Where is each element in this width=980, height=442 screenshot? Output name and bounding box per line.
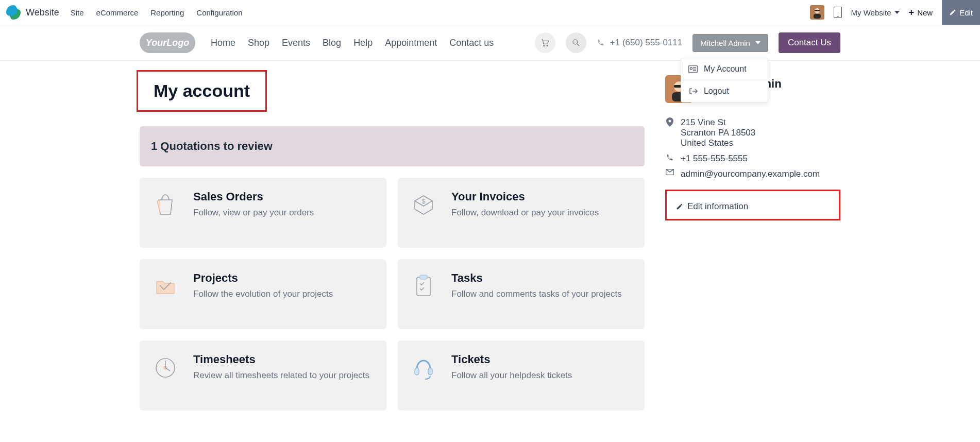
chevron-down-icon	[894, 11, 900, 14]
site-logo-text: YourLogo	[146, 38, 189, 48]
id-card-icon	[688, 65, 698, 73]
site-switcher[interactable]: My Website	[851, 8, 900, 17]
card-title: Tasks	[451, 271, 622, 285]
clock-icon	[151, 353, 180, 382]
cart-button[interactable]	[535, 32, 555, 53]
phone-icon	[665, 154, 674, 162]
card-desc: Follow all your helpdesk tickets	[451, 369, 572, 382]
plus-icon: +	[909, 8, 915, 17]
nav-events[interactable]: Events	[282, 38, 310, 48]
card-timesheets[interactable]: Timesheets Review all timesheets related…	[140, 341, 386, 411]
site-logo[interactable]: YourLogo	[140, 32, 195, 53]
header-phone: +1 (650) 555-0111	[597, 38, 682, 48]
page-title: My account	[147, 78, 256, 104]
user-menu-dropdown: My Account Logout	[681, 58, 768, 103]
user-menu-logout[interactable]: Logout	[681, 80, 768, 102]
highlight-box-title: My account	[137, 70, 267, 112]
edit-button[interactable]: Edit	[942, 0, 980, 25]
profile-phone: +1 555-555-5555	[665, 154, 840, 164]
svg-point-6	[573, 40, 578, 44]
card-invoices[interactable]: $ Your Invoices Follow, download or pay …	[398, 178, 645, 248]
svg-rect-3	[815, 10, 820, 11]
card-desc: Follow the evolution of your projects	[193, 288, 333, 301]
svg-text:$: $	[422, 198, 426, 205]
profile-phone-text: +1 555-555-5555	[681, 154, 748, 164]
user-avatar[interactable]	[810, 5, 824, 20]
quotations-banner-text: 1 Quotations to review	[151, 140, 273, 152]
highlight-box-edit-info: Edit information	[665, 190, 840, 220]
svg-rect-2	[814, 14, 821, 19]
user-menu-button[interactable]: Mitchell Admin	[692, 34, 768, 52]
card-title: Your Invoices	[451, 190, 599, 203]
clipboard-icon	[409, 271, 438, 300]
quotations-banner[interactable]: 1 Quotations to review	[140, 126, 645, 166]
card-sales-orders[interactable]: Sales Orders Follow, view or pay your or…	[140, 178, 386, 248]
svg-point-8	[690, 67, 692, 70]
mobile-preview-icon[interactable]	[834, 7, 842, 18]
address-line-1: 215 Vine St	[681, 117, 755, 128]
card-tasks[interactable]: Tasks Follow and comments tasks of your …	[398, 259, 645, 329]
card-title: Tickets	[451, 353, 572, 366]
admin-nav-reporting[interactable]: Reporting	[150, 8, 184, 17]
nav-shop[interactable]: Shop	[248, 38, 269, 48]
profile-email: admin@yourcompany.example.com	[665, 169, 840, 179]
nav-appointment[interactable]: Appointment	[385, 38, 437, 48]
cart-icon	[540, 38, 550, 47]
new-button[interactable]: + New	[909, 8, 933, 17]
nav-blog[interactable]: Blog	[323, 38, 341, 48]
profile-address: 215 Vine St Scranton PA 18503 United Sta…	[665, 117, 840, 148]
headset-icon	[409, 353, 438, 382]
card-projects[interactable]: Projects Follow the evolution of your pr…	[140, 259, 386, 329]
card-desc: Review all timesheets related to your pr…	[193, 369, 369, 382]
svg-rect-15	[428, 368, 432, 375]
contact-us-label: Contact Us	[788, 38, 831, 47]
card-desc: Follow, view or pay your orders	[193, 207, 314, 219]
user-menu-my-account[interactable]: My Account	[681, 58, 768, 80]
card-desc: Follow, download or pay your invoices	[451, 207, 599, 219]
brand-name: Website	[26, 7, 59, 18]
map-pin-icon	[665, 117, 674, 127]
address-line-2: Scranton PA 18503	[681, 128, 755, 138]
address-line-3: United States	[681, 138, 755, 148]
edit-button-label: Edit	[959, 8, 973, 17]
user-menu-item-label: Logout	[704, 87, 729, 96]
odoo-logo-icon	[6, 5, 21, 20]
logout-icon	[688, 88, 698, 95]
admin-nav-site[interactable]: Site	[71, 8, 84, 17]
svg-point-4	[543, 45, 544, 46]
site-nav: Home Shop Events Blog Help Appointment C…	[211, 38, 494, 48]
brand[interactable]: Website	[6, 5, 59, 20]
nav-home[interactable]: Home	[211, 38, 235, 48]
svg-point-5	[546, 45, 547, 46]
nav-contact[interactable]: Contact us	[449, 38, 494, 48]
pencil-icon	[949, 9, 956, 16]
svg-rect-11	[420, 275, 427, 279]
cards-grid: Sales Orders Follow, view or pay your or…	[140, 178, 645, 411]
search-icon	[571, 38, 581, 47]
admin-nav: Site eCommerce Reporting Configuration	[71, 8, 243, 17]
admin-nav-ecommerce[interactable]: eCommerce	[96, 8, 139, 17]
contact-us-button[interactable]: Contact Us	[779, 32, 840, 53]
edit-information-link[interactable]: Edit information	[672, 198, 752, 215]
chevron-down-icon	[755, 41, 761, 44]
svg-rect-10	[417, 277, 430, 296]
search-button[interactable]	[566, 32, 586, 53]
card-tickets[interactable]: Tickets Follow all your helpdesk tickets	[398, 341, 645, 411]
card-title: Timesheets	[193, 353, 369, 366]
pencil-icon	[676, 203, 683, 210]
admin-nav-configuration[interactable]: Configuration	[196, 8, 242, 17]
user-menu-label: Mitchell Admin	[700, 39, 750, 47]
invoice-icon: $	[409, 190, 438, 219]
bag-icon	[151, 190, 180, 219]
phone-icon	[597, 39, 605, 47]
folder-icon	[151, 271, 180, 300]
card-title: Sales Orders	[193, 190, 314, 203]
card-desc: Follow and comments tasks of your projec…	[451, 288, 622, 301]
edit-information-label: Edit information	[687, 201, 748, 212]
nav-help[interactable]: Help	[353, 38, 373, 48]
header-phone-text: +1 (650) 555-0111	[610, 38, 682, 48]
admin-bar: Website Site eCommerce Reporting Configu…	[0, 0, 980, 25]
svg-rect-14	[415, 368, 419, 375]
user-menu-item-label: My Account	[704, 64, 747, 74]
site-switcher-label: My Website	[851, 8, 891, 17]
